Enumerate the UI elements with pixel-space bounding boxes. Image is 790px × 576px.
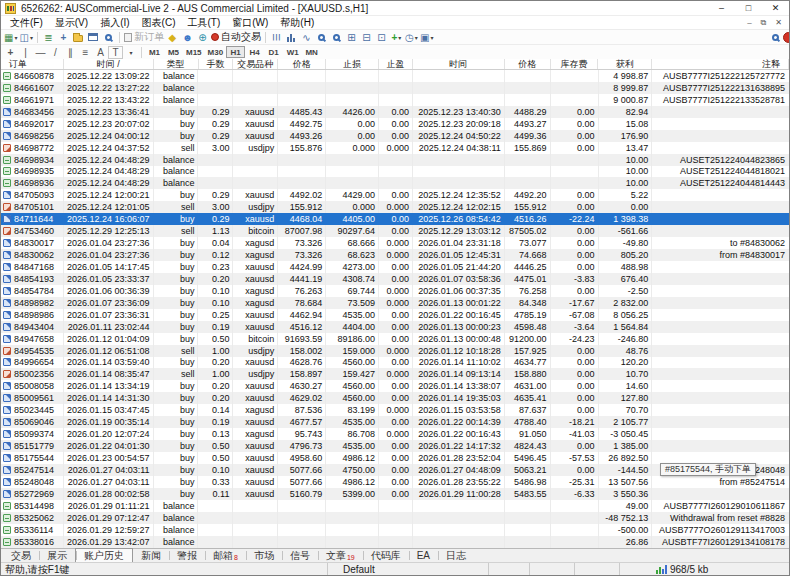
menu-item[interactable]: 窗口(W) <box>226 16 274 30</box>
market-watch-button[interactable]: ≣ <box>41 31 56 44</box>
strategy-tester-button[interactable] <box>101 31 116 44</box>
menu-item[interactable]: 图表(C) <box>136 16 182 30</box>
history-row[interactable]: 85023445 2026.01.15 03:47:45 buy 0.14 xa… <box>1 404 789 416</box>
column-header-time2[interactable]: 时间 <box>413 59 505 69</box>
menu-item[interactable]: 插入(I) <box>94 16 135 30</box>
history-row[interactable]: 84854193 2026.01.05 23:33:37 buy 0.20 xa… <box>1 273 789 285</box>
metaeditor-button[interactable]: ◆ <box>165 31 180 44</box>
timeframe-button-w1[interactable]: W1 <box>283 46 302 58</box>
search-button[interactable] <box>768 31 783 44</box>
history-row[interactable]: 84711644 2025.12.24 16:06:07 buy 0.29 xa… <box>1 213 789 225</box>
history-row[interactable]: 85336114 2026.01.29 12:59:27 balance -50… <box>1 524 789 536</box>
timeframe-button-h4[interactable]: H4 <box>245 46 264 58</box>
templates-button[interactable]: ▣ ▾ <box>419 31 434 44</box>
new-order-button[interactable]: 新订单 <box>123 31 165 44</box>
column-header-profit[interactable]: 获利 <box>598 59 652 69</box>
website-button[interactable]: ⊕ <box>195 31 210 44</box>
horizontal-line-tool-button[interactable]: — <box>33 46 48 59</box>
history-row[interactable]: 84705093 2025.12.24 12:00:21 buy 0.29 xa… <box>1 189 789 201</box>
history-row[interactable]: 84947658 2026.01.12 01:04:09 buy 0.50 bi… <box>1 333 789 345</box>
history-row[interactable]: 84943404 2026.01.11 23:02:44 buy 0.19 xa… <box>1 321 789 333</box>
minimize-button[interactable]: – <box>708 1 735 16</box>
mdi-restore-icon[interactable]: ⧉ <box>761 18 767 28</box>
tab-信号[interactable]: 信号 <box>282 549 318 562</box>
data-window-button[interactable]: + <box>56 31 71 44</box>
zoom-in-button[interactable] <box>314 31 329 44</box>
timeframe-button-m30[interactable]: M30 <box>205 46 227 58</box>
history-row[interactable]: 85248048 2026.01.27 04:03:11 buy 0.33 xa… <box>1 476 789 488</box>
column-header-symbol[interactable]: 交易品种 <box>233 59 278 69</box>
history-row[interactable]: 84692017 2025.12.23 20:07:02 buy 0.29 xa… <box>1 118 789 130</box>
zoom-out-button[interactable] <box>329 31 344 44</box>
periods-button[interactable]: ◷ ▾ <box>404 31 419 44</box>
menu-item[interactable]: 帮助(H) <box>274 16 320 30</box>
timeframe-button-m1[interactable]: M1 <box>145 46 164 58</box>
history-row[interactable]: 84698772 2025.12.24 04:37:52 sell 3.00 u… <box>1 142 789 154</box>
history-row[interactable]: 84661971 2025.12.22 13:43:22 balance 9 0… <box>1 94 789 106</box>
timeframe-button-m5[interactable]: M5 <box>164 46 183 58</box>
history-row[interactable]: 84898982 2026.01.07 23:36:09 buy 0.10 xa… <box>1 297 789 309</box>
channel-tool-button[interactable]: ∥ <box>63 46 78 59</box>
tab-账户历史[interactable]: 账户历史 <box>75 548 133 562</box>
tab-代码库[interactable]: 代码库 <box>363 549 409 562</box>
mdi-close-icon[interactable]: ✕ <box>775 18 782 28</box>
navigator-button[interactable] <box>71 31 86 44</box>
column-header-tp[interactable]: 止盈 <box>379 59 413 69</box>
history-row[interactable]: 85099374 2026.01.20 12:07:24 buy 0.13 xa… <box>1 428 789 440</box>
new-chart-button[interactable]: ▦ ▾ <box>3 31 18 44</box>
tab-日志[interactable]: 日志 <box>438 549 474 562</box>
line-chart-button[interactable]: ∿ <box>299 31 314 44</box>
fibonacci-tool-button[interactable]: ≡ <box>78 46 93 59</box>
history-row[interactable]: 85002356 2026.01.14 08:35:47 sell 1.00 u… <box>1 368 789 380</box>
column-header-comment[interactable]: 注释 <box>652 59 789 69</box>
history-row[interactable]: 85272969 2026.01.28 00:02:58 buy 0.11 xa… <box>1 488 789 500</box>
timeframe-button-h1[interactable]: H1 <box>226 46 245 58</box>
trendline-tool-button[interactable]: / <box>48 46 63 59</box>
arrows-tool-button[interactable]: ▾ <box>123 46 138 59</box>
label-tool-button[interactable]: T <box>108 46 123 59</box>
mdi-minimize-icon[interactable]: – <box>747 18 751 28</box>
vertical-line-tool-button[interactable]: | <box>18 46 33 59</box>
timeframe-button-mn[interactable]: MN <box>302 46 321 58</box>
history-row[interactable]: 84830062 2026.01.04 23:27:36 buy 0.12 xa… <box>1 249 789 261</box>
history-row[interactable]: 84830017 2026.01.04 23:27:36 buy 0.04 xa… <box>1 237 789 249</box>
column-header-lots[interactable]: 手数 <box>199 59 234 69</box>
history-row[interactable]: 85009561 2026.01.14 14:31:30 buy 0.20 xa… <box>1 392 789 404</box>
history-row[interactable]: 84996654 2026.01.14 03:59:40 buy 0.20 xa… <box>1 357 789 369</box>
history-row[interactable]: 84753460 2025.12.29 12:25:13 sell 1.13 b… <box>1 225 789 237</box>
history-row[interactable]: 84698256 2025.12.24 04:00:12 buy 0.29 xa… <box>1 130 789 142</box>
tab-交易[interactable]: 交易 <box>3 549 39 562</box>
history-row[interactable]: 84698935 2025.12.24 04:48:29 balance 10.… <box>1 166 789 178</box>
tab-邮箱[interactable]: 邮箱8 <box>205 549 246 562</box>
history-row[interactable]: 84698934 2025.12.24 04:48:29 balance 10.… <box>1 154 789 166</box>
history-row[interactable]: 84954535 2026.01.12 06:51:08 sell 1.00 u… <box>1 345 789 357</box>
history-row[interactable]: 85151779 2026.01.22 04:01:30 buy 0.50 xa… <box>1 440 789 452</box>
auto-scroll-button[interactable]: ⊟ <box>359 31 374 44</box>
history-row[interactable]: 85314498 2026.01.29 01:11:21 balance 49.… <box>1 500 789 512</box>
column-header-sl[interactable]: 止损 <box>326 59 379 69</box>
autotrading-button[interactable]: 自动交易 <box>210 31 262 44</box>
timeframe-button-m15[interactable]: M15 <box>183 46 205 58</box>
timeframe-button-d1[interactable]: D1 <box>264 46 283 58</box>
bar-chart-button[interactable]: ☰ <box>269 31 284 44</box>
history-row[interactable]: 84683456 2025.12.23 13:36:41 buy 0.29 xa… <box>1 106 789 118</box>
tab-展示[interactable]: 展示 <box>39 549 75 562</box>
crosshair-tool-button[interactable]: + <box>3 46 18 59</box>
menu-item[interactable]: 显示(V) <box>49 16 94 30</box>
menu-item[interactable]: 文件(F) <box>4 16 49 30</box>
notification-badge-icon[interactable] <box>783 32 790 43</box>
column-header-type[interactable]: 类型 <box>154 59 199 69</box>
terminal-button[interactable] <box>86 31 101 44</box>
maximize-button[interactable]: □ <box>735 1 762 16</box>
history-row[interactable]: 85008058 2026.01.14 13:34:19 buy 0.20 xa… <box>1 380 789 392</box>
tab-EA[interactable]: EA <box>409 549 438 562</box>
history-row[interactable]: 85069046 2026.01.19 00:35:14 buy 0.19 xa… <box>1 416 789 428</box>
menu-item[interactable]: 工具(T) <box>181 16 226 30</box>
history-row[interactable]: 84661607 2025.12.22 13:27:22 balance 8 9… <box>1 82 789 94</box>
tab-市场[interactable]: 市场 <box>246 549 282 562</box>
indicators-button[interactable]: + ▾ <box>389 31 404 44</box>
tab-新闻[interactable]: 新闻 <box>133 549 169 562</box>
close-button[interactable]: ✕ <box>762 1 789 16</box>
history-row[interactable]: 84660878 2025.12.22 13:09:22 balance 4 9… <box>1 70 789 82</box>
column-header-order[interactable]: 订单 <box>1 59 64 69</box>
